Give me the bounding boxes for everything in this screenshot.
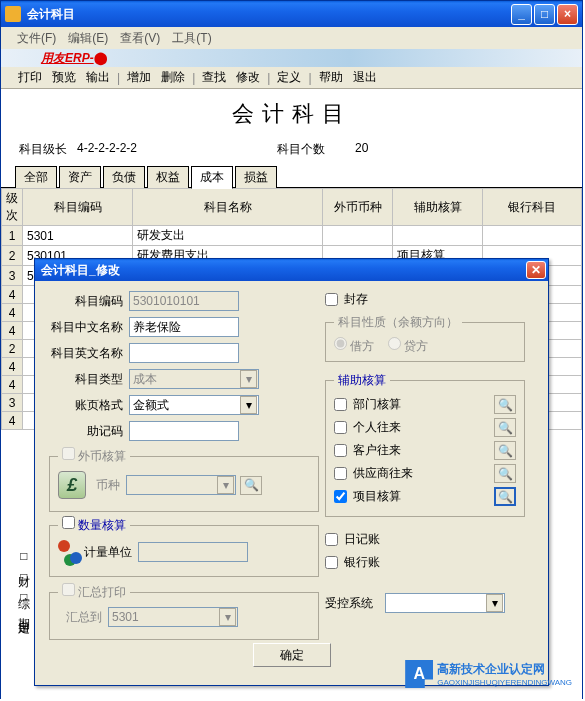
brand-band: 用友ERP-⬤: [1, 49, 582, 67]
minimize-button[interactable]: _: [511, 4, 532, 25]
tb-add[interactable]: 增加: [122, 67, 156, 88]
input-mnemonic[interactable]: [129, 421, 239, 441]
input-code: [129, 291, 239, 311]
fieldset-nature: 科目性质（余额方向） 借方 贷方: [325, 314, 525, 362]
fieldset-fc: 外币核算 £ 币种 ▾ 🔍: [49, 447, 319, 512]
chevron-down-icon[interactable]: ▾: [240, 396, 257, 414]
toolbar: 打印 预览 输出 | 增加 删除 | 查找 修改 | 定义 | 帮助 退出: [1, 67, 582, 89]
close-button[interactable]: ×: [557, 4, 578, 25]
combo-sumto: 5301 ▾: [108, 607, 238, 627]
lbl-mnemonic: 助记码: [49, 423, 129, 440]
tb-help[interactable]: 帮助: [314, 67, 348, 88]
tb-define[interactable]: 定义: [272, 67, 306, 88]
tab-2[interactable]: 负债: [103, 166, 145, 188]
tb-find[interactable]: 查找: [197, 67, 231, 88]
ok-button[interactable]: 确定: [253, 643, 331, 667]
page-title: 会计科目: [1, 95, 582, 141]
input-name-en[interactable]: [129, 343, 239, 363]
chevron-down-icon: ▾: [240, 370, 257, 388]
fieldset-qty: 数量核算 计量单位: [49, 516, 319, 577]
chk-sealed[interactable]: [325, 293, 338, 306]
col-name[interactable]: 科目名称: [133, 189, 323, 226]
fieldset-sumprint: 汇总打印 汇总到 5301 ▾: [49, 583, 319, 640]
tb-output[interactable]: 输出: [81, 67, 115, 88]
radio-debit: [334, 337, 347, 350]
menu-view[interactable]: 查看(V): [116, 28, 164, 49]
chk-qty[interactable]: [62, 516, 75, 529]
app-icon: [5, 6, 21, 22]
radio-credit: [388, 337, 401, 350]
menu-file[interactable]: 文件(F): [13, 28, 60, 49]
level-len-value: 4-2-2-2-2-2: [77, 141, 137, 158]
pie-icon: [58, 540, 82, 564]
currency-icon: £: [58, 471, 86, 499]
lookup-project-button[interactable]: 🔍: [494, 487, 516, 506]
chk-bank[interactable]: [325, 556, 338, 569]
tb-delete[interactable]: 删除: [156, 67, 190, 88]
chk-journal[interactable]: [325, 533, 338, 546]
col-bank[interactable]: 银行科目: [483, 189, 582, 226]
lbl-type: 科目类型: [49, 371, 129, 388]
menu-tool[interactable]: 工具(T): [168, 28, 215, 49]
chevron-down-icon[interactable]: ▾: [486, 594, 503, 612]
tb-modify[interactable]: 修改: [231, 67, 265, 88]
dialog-titlebar[interactable]: 会计科目_修改 ✕: [35, 259, 548, 281]
brand-text: 用友ERP-: [41, 50, 94, 67]
count-label: 科目个数: [277, 141, 325, 158]
combo-fc-currency: ▾: [126, 475, 236, 495]
tab-4[interactable]: 成本: [191, 166, 233, 189]
lookup-person-button[interactable]: 🔍: [494, 418, 516, 437]
maximize-button[interactable]: □: [534, 4, 555, 25]
col-idx[interactable]: 级次: [2, 189, 23, 226]
lookup-cust-button[interactable]: 🔍: [494, 441, 516, 460]
tab-0[interactable]: 全部: [15, 166, 57, 188]
tab-3[interactable]: 权益: [147, 166, 189, 188]
menu-edit[interactable]: 编辑(E): [64, 28, 112, 49]
lookup-vendor-button[interactable]: 🔍: [494, 464, 516, 483]
main-titlebar[interactable]: 会计科目 _ □ ×: [1, 1, 582, 27]
chk-aux-project[interactable]: [334, 490, 347, 503]
edit-dialog: 会计科目_修改 ✕ 科目编码 科目中文名称 科目英文名称 科目类型: [34, 258, 549, 686]
lbl-code: 科目编码: [49, 293, 129, 310]
tb-exit[interactable]: 退出: [348, 67, 382, 88]
lookup-fc-button: 🔍: [240, 476, 262, 495]
lbl-page-fmt: 账页格式: [49, 397, 129, 414]
tabs: 全部资产负债权益成本损益: [1, 166, 582, 188]
chk-aux-cust[interactable]: [334, 444, 347, 457]
tb-print[interactable]: 打印: [13, 67, 47, 88]
side-strip: □ 财 □ 综 □ 期 自定: [15, 549, 32, 611]
menubar: 文件(F) 编辑(E) 查看(V) 工具(T): [1, 27, 582, 49]
col-currency[interactable]: 外币币种: [323, 189, 393, 226]
chevron-down-icon: ▾: [217, 476, 234, 494]
lbl-name-en: 科目英文名称: [49, 345, 129, 362]
input-qty-unit: [138, 542, 248, 562]
window-title: 会计科目: [27, 6, 511, 23]
chk-aux-dept[interactable]: [334, 398, 347, 411]
chk-aux-vendor[interactable]: [334, 467, 347, 480]
combo-type: 成本 ▾: [129, 369, 259, 389]
input-name-cn[interactable]: [129, 317, 239, 337]
chevron-down-icon: ▾: [219, 608, 236, 626]
tab-1[interactable]: 资产: [59, 166, 101, 188]
tb-preview[interactable]: 预览: [47, 67, 81, 88]
main-window: 会计科目 _ □ × 文件(F) 编辑(E) 查看(V) 工具(T) 用友ERP…: [0, 0, 583, 699]
level-len-label: 科目级长: [19, 141, 67, 158]
count-value: 20: [355, 141, 368, 158]
dialog-close-button[interactable]: ✕: [526, 261, 546, 279]
lbl-name-cn: 科目中文名称: [49, 319, 129, 336]
tab-5[interactable]: 损益: [235, 166, 277, 188]
col-aux[interactable]: 辅助核算: [393, 189, 483, 226]
combo-ctrlsys[interactable]: ▾: [385, 593, 505, 613]
watermark-icon: A: [405, 660, 433, 688]
fieldset-aux: 辅助核算 部门核算🔍 个人往来🔍 客户往来🔍 供应商往来🔍 项目核算🔍: [325, 372, 525, 517]
chk-sumprint: [62, 583, 75, 596]
watermark: A 高新技术企业认定网 GAOXINJISHUQIYERENDINGWANG: [405, 660, 572, 688]
combo-page-fmt[interactable]: 金额式 ▾: [129, 395, 259, 415]
dialog-title: 会计科目_修改: [41, 262, 526, 279]
col-code[interactable]: 科目编码: [23, 189, 133, 226]
table-row[interactable]: 15301研发支出: [2, 226, 582, 246]
chk-fc: [62, 447, 75, 460]
lookup-dept-button[interactable]: 🔍: [494, 395, 516, 414]
chk-aux-person[interactable]: [334, 421, 347, 434]
